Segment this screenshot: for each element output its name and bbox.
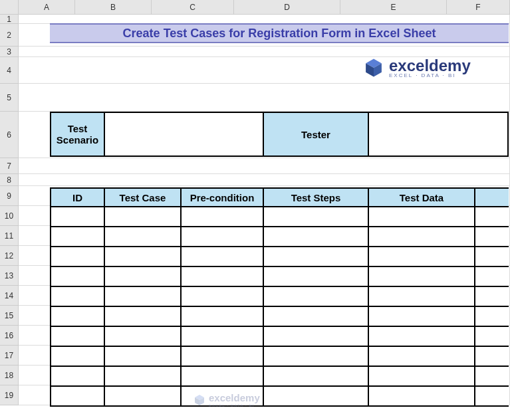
brand-logo: exceldemy EXCEL · DATA · BI [362,56,471,79]
row-header-7[interactable]: 7 [0,158,19,174]
table-row [50,307,509,327]
table-cell[interactable] [182,227,264,247]
col-header-A[interactable]: A [19,0,75,15]
row-header-8[interactable]: 8 [0,174,19,186]
col-header-F[interactable]: F [447,0,510,15]
table-cell[interactable] [50,227,105,247]
row-header-11[interactable]: 11 [0,226,19,246]
row-header-9[interactable]: 9 [0,186,19,206]
table-cell[interactable] [105,387,182,407]
col-header-B[interactable]: B [75,0,152,15]
select-all-corner[interactable] [0,0,19,15]
table-cell[interactable] [475,387,509,407]
table-cell[interactable] [264,227,369,247]
table-cell[interactable] [50,387,105,407]
cell[interactable] [19,84,510,112]
table-cell[interactable] [50,327,105,347]
cell[interactable] [19,174,510,186]
table-cell[interactable] [105,367,182,387]
row-header-6[interactable]: 6 [0,112,19,158]
row-header-13[interactable]: 13 [0,266,19,286]
table-cell[interactable] [475,367,509,387]
row-header-15[interactable]: 15 [0,306,19,326]
row-header-12[interactable]: 12 [0,246,19,266]
table-cell[interactable] [182,207,264,227]
table-cell[interactable] [182,347,264,367]
col-header-C[interactable]: C [152,0,234,15]
table-cell[interactable] [475,207,509,227]
table-cell[interactable] [50,207,105,227]
table-cell[interactable] [105,347,182,367]
table-cell[interactable] [182,327,264,347]
table-cell[interactable] [264,247,369,267]
table-cell[interactable] [182,247,264,267]
table-cell[interactable] [264,207,369,227]
table-cell[interactable] [475,347,509,367]
row-header-5[interactable]: 5 [0,84,19,112]
table-cell[interactable] [50,287,105,307]
row-header-19[interactable]: 19 [0,385,19,405]
watermark: exceldemy EXCEL · DATA · BI [193,392,260,407]
col-header-D[interactable]: D [234,0,340,15]
table-cell[interactable] [105,247,182,267]
table-cell[interactable] [182,267,264,287]
row-header-1[interactable]: 1 [0,15,19,24]
table-cell[interactable] [105,307,182,327]
row-header-17[interactable]: 17 [0,346,19,366]
table-row [50,207,509,227]
table-cell[interactable] [475,227,509,247]
table-cell[interactable] [369,267,475,287]
table-cell[interactable] [369,287,475,307]
cell[interactable] [19,158,510,174]
table-cell[interactable] [475,327,509,347]
table-cell[interactable] [105,227,182,247]
table-cell[interactable] [369,227,475,247]
table-cell[interactable] [264,347,369,367]
table-cell[interactable] [369,367,475,387]
row-header-2[interactable]: 2 [0,24,19,47]
row-header-3[interactable]: 3 [0,47,19,57]
table-cell[interactable] [105,327,182,347]
table-cell[interactable] [475,247,509,267]
cube-icon [193,393,206,407]
table-cell[interactable] [369,307,475,327]
table-cell[interactable] [369,387,475,407]
table-cell[interactable] [105,287,182,307]
table-cell[interactable] [264,387,369,407]
table-cell[interactable] [50,367,105,387]
row-header-18[interactable]: 18 [0,366,19,385]
table-cell[interactable] [369,327,475,347]
table-cell[interactable] [264,367,369,387]
table-cell[interactable] [105,267,182,287]
row-header-4[interactable]: 4 [0,57,19,84]
table-cell[interactable] [264,287,369,307]
table-cell[interactable] [50,247,105,267]
table-cell[interactable] [182,307,264,327]
table-cell[interactable] [475,307,509,327]
table-cell[interactable] [50,307,105,327]
table-cell[interactable] [264,327,369,347]
table-cell[interactable] [475,267,509,287]
cell[interactable] [19,15,510,24]
table-cell[interactable] [369,247,475,267]
table-cell[interactable] [369,207,475,227]
col-header-E[interactable]: E [340,0,447,15]
row-header-16[interactable]: 16 [0,326,19,346]
cell[interactable] [19,47,510,57]
table-cell[interactable] [50,347,105,367]
tester-label: Tester [264,112,369,157]
row-header-14[interactable]: 14 [0,286,19,306]
table-cell[interactable] [182,367,264,387]
table-cell[interactable] [264,307,369,327]
table-row [50,247,509,267]
table-cell[interactable] [264,267,369,287]
table-cell[interactable] [475,287,509,307]
table-cell[interactable] [105,207,182,227]
row-header-10[interactable]: 10 [0,206,19,226]
table-row [50,347,509,367]
test-scenario-value[interactable] [105,112,264,157]
table-cell[interactable] [182,287,264,307]
table-cell[interactable] [50,267,105,287]
tester-value[interactable] [369,112,509,157]
table-cell[interactable] [369,347,475,367]
